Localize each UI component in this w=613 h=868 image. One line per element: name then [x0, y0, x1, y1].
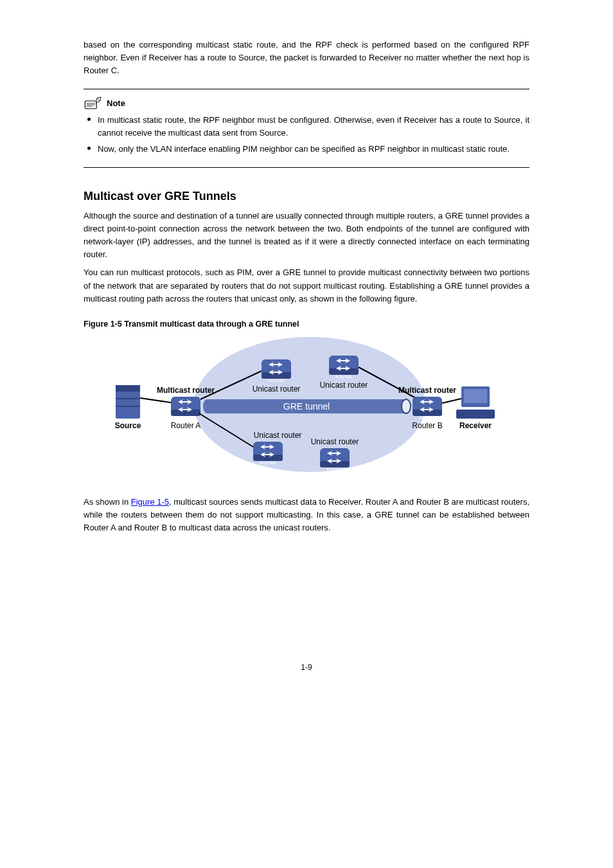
router-a-label: Router A	[171, 421, 201, 430]
svg-rect-37	[464, 389, 487, 403]
note-item: In multicast static route, the RPF neigh…	[84, 114, 529, 139]
note-top-rule	[84, 89, 529, 89]
svg-rect-26	[253, 455, 283, 461]
note-label: Note	[107, 98, 125, 108]
svg-text:ROUTER: ROUTER	[260, 461, 276, 465]
page-number: 1-9	[84, 663, 529, 672]
svg-rect-30	[320, 461, 350, 467]
router-b-label: Router B	[412, 421, 442, 430]
section-paragraph-2: You can run multicast protocols, such as…	[84, 266, 529, 305]
note-header: Note	[84, 96, 529, 110]
svg-line-13	[140, 398, 175, 403]
note-item: Now, only the VLAN interface enabling PI…	[84, 143, 529, 156]
svg-text:ROUTER: ROUTER	[419, 416, 436, 420]
post-figure-prefix: As shown in	[84, 497, 131, 507]
receiver-label: Receiver	[459, 421, 492, 430]
unicast-router-label: Unicast router	[320, 381, 368, 390]
mcast-router-label-right: Multicast router	[398, 386, 456, 395]
figure-link[interactable]: Figure 1-5	[131, 497, 169, 507]
svg-rect-11	[116, 398, 140, 399]
svg-rect-22	[329, 368, 359, 375]
section-paragraph-1: Although the source and destination of a…	[84, 210, 529, 262]
svg-point-7	[402, 399, 411, 413]
svg-point-8	[203, 399, 211, 413]
svg-text:ROUTER: ROUTER	[326, 467, 343, 471]
figure-diagram: GRE tunnel Source ROUTER Multicast route…	[104, 334, 509, 484]
svg-text:ROUTER: ROUTER	[268, 379, 285, 383]
mcast-router-label-left: Multicast router	[157, 386, 215, 395]
note-bottom-rule	[84, 167, 529, 168]
intro-paragraph: based on the corresponding multicast sta…	[84, 39, 529, 77]
unicast-router-label: Unicast router	[253, 384, 301, 393]
post-figure-paragraph: As shown in Figure 1-5, multicast source…	[84, 496, 529, 534]
gre-tunnel-label: GRE tunnel	[283, 401, 330, 411]
svg-rect-38	[456, 410, 495, 419]
svg-text:ROUTER: ROUTER	[335, 375, 352, 379]
unicast-router-label: Unicast router	[311, 437, 359, 446]
receiver-pc-icon	[456, 386, 495, 419]
section-title: Multicast over GRE Tunnels	[84, 190, 529, 203]
svg-rect-15	[171, 410, 200, 416]
svg-rect-10	[116, 385, 140, 392]
note-icon	[84, 96, 103, 110]
unicast-router-label: Unicast router	[254, 431, 302, 440]
source-server-icon	[116, 385, 140, 419]
svg-rect-33	[413, 410, 442, 416]
svg-rect-12	[116, 406, 140, 407]
svg-line-35	[442, 398, 464, 403]
source-label: Source	[115, 421, 141, 430]
figure-caption: Figure 1-5 Transmit multicast data throu…	[84, 320, 529, 329]
svg-rect-18	[262, 372, 291, 379]
note-list: In multicast static route, the RPF neigh…	[84, 114, 529, 156]
svg-text:ROUTER: ROUTER	[177, 416, 194, 420]
